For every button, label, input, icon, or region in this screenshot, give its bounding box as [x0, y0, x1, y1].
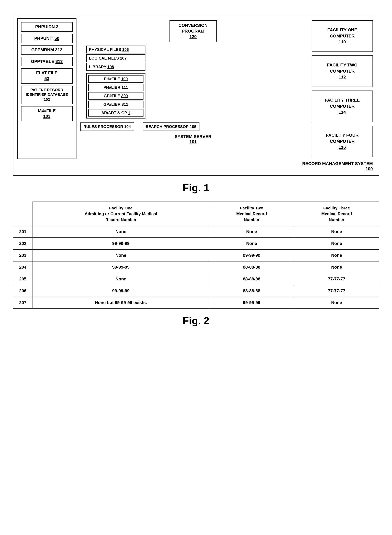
- table-row: 205 None 88-88-88 77-77-77: [13, 273, 379, 285]
- row-id-203: 203: [13, 249, 33, 261]
- row-204-col3: None: [294, 261, 379, 273]
- facility-three-box: FACILITY THREECOMPUTER114: [312, 90, 373, 122]
- rules-processor-box: RULES PROCESSOR 104: [80, 122, 134, 131]
- diagram-body: PHPUIDN 3 PHPUNIT 50 GPPMRNM 312 GPPTABL…: [17, 18, 375, 159]
- record-mgmt-label: RECORD MANAGEMENT SYSTEM 100: [17, 161, 375, 171]
- row-202-col2: None: [209, 238, 294, 249]
- library-box: LIBRARY 108: [86, 63, 145, 71]
- table-header-empty: [13, 202, 33, 226]
- m4file-box: M4#FILE103: [21, 106, 73, 121]
- logical-files-box: LOGICAL FILES 107: [86, 54, 145, 62]
- phfile-box: PH#FILE 109: [88, 75, 144, 83]
- facility-one-box: FACILITY ONECOMPUTER110: [312, 20, 373, 52]
- fig1-label: Fig. 1: [12, 182, 380, 194]
- table-header-facility-one: Facility OneAdmitting or Current Facilit…: [33, 202, 209, 226]
- facility-four-box: FACILITY FOURCOMPUTER116: [312, 126, 373, 157]
- fig2-table: Facility OneAdmitting or Current Facilit…: [13, 202, 379, 309]
- patient-record-box: PATIENT RECORDIDENTIFIER DATABASE102: [21, 86, 73, 104]
- table-row: 202 99-99-99 None None: [13, 238, 379, 249]
- logical-files-ref: 107: [120, 56, 126, 60]
- fig2-label: Fig. 2: [12, 315, 380, 327]
- row-204-col1: 99-99-99: [33, 261, 209, 273]
- aradt-ref: 1: [128, 111, 130, 115]
- gplibr-box: GP#LIBR 311: [88, 101, 144, 108]
- row-id-207: 207: [13, 297, 33, 309]
- flatfile-box: FLAT FILE53: [21, 68, 73, 83]
- record-mgmt-ref: 100: [366, 166, 373, 171]
- phlibr-box: PH#LIBR 111: [88, 84, 144, 91]
- fig2-container: Facility OneAdmitting or Current Facilit…: [13, 202, 379, 309]
- search-processor-box: SEARCH PROCESSOR 105: [143, 122, 200, 131]
- arrow-right-icon: →: [136, 124, 141, 129]
- phpunit-ref: 50: [55, 36, 59, 41]
- facility-four-ref: 116: [339, 144, 346, 150]
- facility-three-ref: 114: [339, 109, 346, 115]
- table-header-facility-two: Facility TwoMedical RecordNumber: [209, 202, 294, 226]
- row-205-col2: 88-88-88: [209, 273, 294, 285]
- m4file-ref: 103: [43, 114, 51, 119]
- system-server-ref: 101: [189, 139, 197, 144]
- gpptable-box: GPPTABLE 313: [21, 57, 73, 66]
- row-205-col1: None: [33, 273, 209, 285]
- table-row: 207 None but 99-99-99 exists. 99-99-99 N…: [13, 297, 379, 309]
- rules-processor-ref: 104: [124, 124, 131, 129]
- row-201-col3: None: [294, 226, 379, 238]
- record-mgmt-text: RECORD MANAGEMENT SYSTEM: [302, 161, 373, 166]
- gplibr-ref: 311: [121, 102, 128, 107]
- flatfile-ref: 53: [44, 76, 49, 81]
- patient-record-ref: 102: [44, 97, 50, 102]
- processor-row: RULES PROCESSOR 104 → SEARCH PROCESSOR 1…: [80, 122, 306, 131]
- physical-files-ref: 106: [122, 47, 129, 52]
- row-202-col3: None: [294, 238, 379, 249]
- row-id-205: 205: [13, 273, 33, 285]
- table-row: 201 None None None: [13, 226, 379, 238]
- row-203-col2: 99-99-99: [209, 249, 294, 261]
- gpptable-ref: 313: [55, 59, 63, 64]
- facility-two-ref: 112: [339, 74, 346, 80]
- gpfile-box: GP#FILE 309: [88, 92, 144, 100]
- row-id-204: 204: [13, 261, 33, 273]
- fig1-diagram: PHPUIDN 3 PHPUNIT 50 GPPMRNM 312 GPPTABL…: [13, 14, 379, 176]
- row-206-col1: 99-99-99: [33, 285, 209, 297]
- table-row: 204 99-99-99 88-88-88 None: [13, 261, 379, 273]
- row-201-col2: None: [209, 226, 294, 238]
- row-id-202: 202: [13, 238, 33, 249]
- library-ref: 108: [107, 65, 114, 69]
- left-file-boxes: PHPUIDN 3 PHPUNIT 50 GPPMRNM 312 GPPTABL…: [17, 18, 76, 159]
- row-201-col1: None: [33, 226, 209, 238]
- table-row: 203 None 99-99-99 None: [13, 249, 379, 261]
- phlibr-ref: 111: [121, 85, 128, 89]
- phfile-ref: 109: [121, 77, 128, 81]
- row-207-col2: 99-99-99: [209, 297, 294, 309]
- row-203-col3: None: [294, 249, 379, 261]
- table-header-row: Facility OneAdmitting or Current Facilit…: [13, 202, 379, 226]
- gppmrnm-box: GPPMRNM 312: [21, 45, 73, 55]
- gppmrnm-ref: 312: [55, 47, 62, 52]
- row-207-col3: None: [294, 297, 379, 309]
- physical-files-box: PHYSICAL FILES 106: [86, 46, 145, 53]
- search-processor-ref: 105: [190, 124, 196, 129]
- table-row: 206 99-99-99 88-88-88 77-77-77: [13, 285, 379, 297]
- facility-two-box: FACILITY TWOCOMPUTER112: [312, 55, 373, 87]
- phpuidn-box: PHPUIDN 3: [21, 22, 73, 32]
- row-206-col2: 88-88-88: [209, 285, 294, 297]
- aradt-box: AR/ADT & GP 1: [88, 109, 144, 117]
- row-206-col3: 77-77-77: [294, 285, 379, 297]
- row-203-col1: None: [33, 249, 209, 261]
- system-server-label: SYSTEM SERVER 101: [80, 134, 306, 144]
- conversion-program-box: CONVERSIONPROGRAM120: [169, 20, 217, 42]
- phpuidn-ref: 3: [56, 24, 58, 29]
- table-header-facility-three: Facility ThreeMedical RecordNumber: [294, 202, 379, 226]
- row-205-col3: 77-77-77: [294, 273, 379, 285]
- row-id-206: 206: [13, 285, 33, 297]
- row-202-col1: 99-99-99: [33, 238, 209, 249]
- row-207-col1: None but 99-99-99 exists.: [33, 297, 209, 309]
- conversion-ref: 120: [189, 34, 197, 39]
- center-section: CONVERSIONPROGRAM120 PHYSICAL FILES 106 …: [76, 18, 310, 159]
- right-facility-section: FACILITY ONECOMPUTER110 FACILITY TWOCOMP…: [310, 18, 375, 159]
- row-204-col2: 88-88-88: [209, 261, 294, 273]
- phpunit-box: PHPUNIT 50: [21, 34, 73, 43]
- gpfile-ref: 309: [121, 94, 128, 98]
- facility-one-ref: 110: [339, 39, 346, 45]
- system-server-text: SYSTEM SERVER: [175, 134, 211, 139]
